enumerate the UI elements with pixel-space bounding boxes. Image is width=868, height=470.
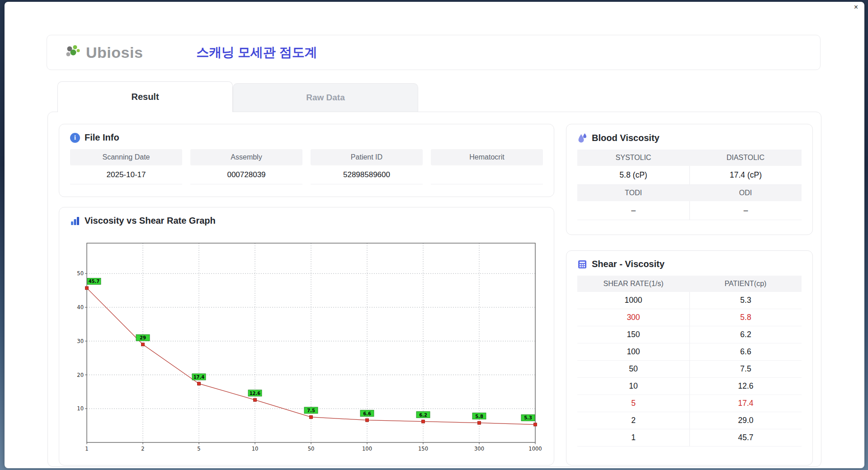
- svg-text:6.2: 6.2: [419, 413, 427, 418]
- grid-table-icon: [577, 259, 587, 269]
- shear-rate-cell: 2: [577, 412, 689, 429]
- field-value: 52898589600: [311, 165, 423, 184]
- point-label: 45.7: [87, 278, 101, 284]
- x-axis-label: 150: [418, 446, 428, 452]
- diastolic-value: 17.4 (cP): [689, 166, 802, 185]
- field-label: Hematocrit: [431, 149, 543, 165]
- data-marker: [534, 423, 537, 426]
- shear-viscosity-card: Shear - Viscosity SHEAR RATE(1/s) PATIEN…: [566, 250, 813, 465]
- page-title: 스캐닝 모세관 점도계: [196, 44, 317, 61]
- graph-header: Viscosity vs Shear Rate Graph: [59, 207, 554, 231]
- patient-viscosity-cell: 45.7: [689, 429, 802, 446]
- field-patient-id: Patient ID 52898589600: [311, 149, 423, 184]
- field-label: Assembly: [190, 149, 302, 165]
- tab-result[interactable]: Result: [57, 81, 233, 112]
- patient-viscosity-cell: 7.5: [689, 361, 802, 378]
- svg-text:5.3: 5.3: [524, 415, 532, 420]
- point-label: 7.5: [304, 407, 318, 414]
- app-window: × Ubiosis 스캐닝 모세관 점도계 Result Raw Data i …: [5, 2, 864, 468]
- point-label: 5.3: [521, 414, 535, 421]
- field-value: 000728039: [190, 165, 302, 184]
- blood-viscosity-table: SYSTOLIC DIASTOLIC 5.8 (cP) 17.4 (cP) TO…: [577, 150, 802, 220]
- data-marker: [422, 420, 425, 423]
- data-marker: [310, 415, 313, 418]
- shear-rate-cell: 10: [577, 378, 689, 395]
- svg-text:12.6: 12.6: [250, 391, 261, 396]
- info-icon: i: [70, 133, 80, 143]
- file-info-fields: Scanning Date 2025-10-17 Assembly 000728…: [59, 148, 554, 184]
- y-axis-label: 30: [77, 338, 84, 344]
- svg-text:6.6: 6.6: [363, 411, 371, 416]
- y-axis-label: 20: [77, 372, 84, 378]
- point-label: 5.8: [472, 413, 486, 419]
- data-marker: [478, 421, 481, 424]
- logo: Ubiosis: [65, 44, 143, 61]
- systolic-header: SYSTOLIC: [577, 150, 689, 166]
- viscosity-graph-card: Viscosity vs Shear Rate Graph 1020304050…: [59, 207, 554, 465]
- y-axis-label: 10: [77, 405, 84, 412]
- diastolic-header: DIASTOLIC: [689, 150, 802, 166]
- x-axis-label: 300: [474, 446, 484, 452]
- todi-header: TODI: [577, 185, 689, 201]
- x-axis-label: 1000: [528, 446, 542, 452]
- shear-rate-cell: 1000: [577, 292, 689, 309]
- tab-raw-data[interactable]: Raw Data: [233, 83, 418, 112]
- patient-viscosity-cell: 5.8: [689, 309, 802, 326]
- file-info-header: i File Info: [59, 124, 554, 148]
- todi-value: –: [577, 201, 689, 220]
- patient-viscosity-cell: 29.0: [689, 412, 802, 429]
- shear-rate-cell: 100: [577, 343, 689, 361]
- blood-viscosity-card: Blood Viscosity SYSTOLIC DIASTOLIC 5.8 (…: [566, 124, 813, 235]
- header: Ubiosis 스캐닝 모세관 점도계: [47, 35, 821, 70]
- field-value: [431, 165, 543, 184]
- svg-text:45.7: 45.7: [89, 279, 100, 284]
- y-axis-label: 40: [77, 304, 84, 310]
- shear-viscosity-table: SHEAR RATE(1/s) PATIENT(cp) 10005.33005.…: [577, 276, 802, 446]
- viscosity-shear-chart: 10203040501251050100150300100045.72917.4…: [67, 235, 547, 461]
- systolic-value: 5.8 (cP): [577, 166, 689, 185]
- logo-icon: [65, 45, 82, 60]
- odi-header: ODI: [689, 185, 802, 201]
- patient-column-header: PATIENT(cp): [689, 276, 802, 292]
- x-axis-label: 2: [141, 446, 144, 452]
- point-label: 17.4: [192, 374, 206, 380]
- odi-value: –: [689, 201, 802, 220]
- result-panel: i File Info Scanning Date 2025-10-17 Ass…: [47, 112, 821, 467]
- point-label: 29: [136, 334, 150, 341]
- data-marker: [254, 398, 257, 401]
- data-marker: [366, 418, 369, 422]
- tab-raw-data-label: Raw Data: [306, 93, 345, 103]
- graph-title: Viscosity vs Shear Rate Graph: [85, 216, 216, 226]
- field-assembly: Assembly 000728039: [190, 149, 302, 184]
- blood-viscosity-header: Blood Viscosity: [566, 124, 812, 149]
- x-axis-label: 50: [308, 446, 315, 452]
- shear-rate-cell: 50: [577, 361, 689, 378]
- shear-rate-cell: 5: [577, 395, 689, 412]
- patient-viscosity-cell: 17.4: [689, 395, 802, 412]
- point-label: 6.2: [416, 412, 430, 418]
- data-marker: [142, 343, 145, 346]
- x-axis-label: 100: [362, 446, 372, 452]
- point-label: 6.6: [360, 410, 374, 417]
- logo-text: Ubiosis: [86, 44, 143, 61]
- close-icon[interactable]: ×: [854, 3, 858, 12]
- shear-viscosity-title: Shear - Viscosity: [592, 259, 665, 269]
- svg-text:5.8: 5.8: [475, 414, 483, 419]
- shear-viscosity-header: Shear - Viscosity: [566, 251, 812, 275]
- x-axis-label: 1: [85, 446, 88, 452]
- shear-rate-cell: 300: [577, 309, 689, 326]
- svg-text:29: 29: [140, 335, 146, 340]
- tab-result-label: Result: [131, 92, 159, 102]
- patient-viscosity-cell: 12.6: [689, 378, 802, 395]
- point-label: 12.6: [248, 390, 262, 396]
- file-info-title: File Info: [85, 132, 119, 143]
- x-axis-label: 10: [252, 446, 259, 452]
- shear-rate-cell: 1: [577, 429, 689, 446]
- x-axis-label: 5: [197, 446, 200, 452]
- droplet-icon: [577, 132, 587, 143]
- data-marker: [85, 287, 89, 290]
- field-hematocrit: Hematocrit: [431, 149, 543, 184]
- blood-viscosity-title: Blood Viscosity: [592, 133, 660, 143]
- field-scanning-date: Scanning Date 2025-10-17: [70, 149, 182, 184]
- field-label: Scanning Date: [70, 149, 182, 165]
